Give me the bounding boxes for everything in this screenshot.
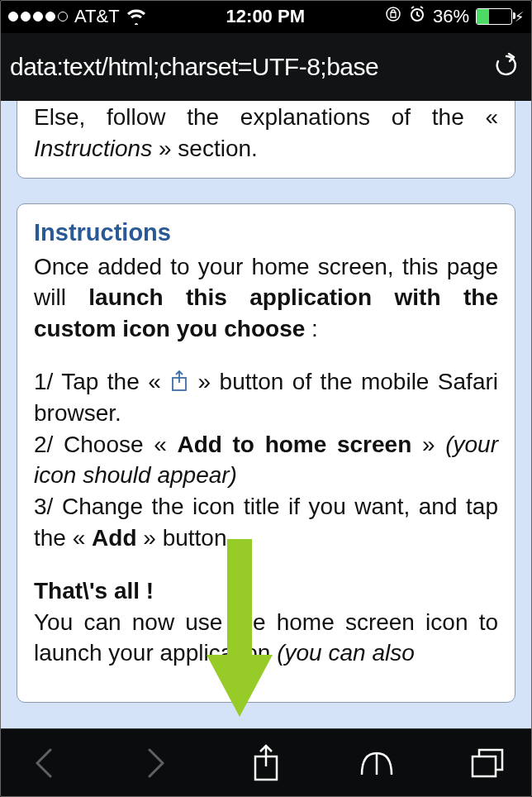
instructions-intro: Once added to your home screen, this pag…: [34, 251, 498, 345]
share-icon: [169, 370, 189, 393]
carrier-label: AT&T: [74, 6, 120, 27]
status-left: AT&T: [8, 6, 146, 27]
battery-icon: ⚡︎: [476, 8, 524, 25]
alarm-icon: [408, 5, 426, 28]
charging-icon: ⚡︎: [515, 9, 524, 25]
back-button[interactable]: [20, 745, 69, 781]
share-button[interactable]: [241, 743, 291, 783]
instructions-step-3: 3/ Change the icon title if you want, an…: [34, 491, 498, 554]
instructions-heading: Instructions: [34, 219, 498, 246]
tabs-button[interactable]: [463, 747, 512, 780]
info-card-top: Else, follow the explanations of the « I…: [17, 101, 515, 179]
top-text: Else, follow the explanations of the « I…: [34, 102, 498, 165]
wifi-icon: [126, 8, 146, 25]
url-field[interactable]: data:text/html;charset=UTF-8;base: [10, 53, 477, 81]
forward-button[interactable]: [131, 745, 180, 781]
reload-button[interactable]: [492, 51, 520, 83]
status-right: 36% ⚡︎: [385, 5, 524, 28]
web-content[interactable]: Else, follow the explanations of the « I…: [0, 101, 532, 729]
orientation-lock-icon: [385, 6, 401, 27]
instructions-card: Instructions Once added to your home scr…: [17, 203, 515, 704]
address-bar[interactable]: data:text/html;charset=UTF-8;base: [0, 33, 532, 102]
svg-rect-5: [473, 756, 496, 776]
instructions-conclusion: That\'s all ! You can now use the home s…: [34, 575, 498, 669]
clock-label: 12:00 PM: [226, 6, 305, 27]
signal-strength-icon: [8, 12, 68, 21]
instructions-step-1: 1/ Tap the « » button of the mobile Safa…: [34, 366, 498, 429]
phone-frame: AT&T 12:00 PM 36% ⚡︎ data:text/html;char…: [0, 0, 532, 797]
status-bar: AT&T 12:00 PM 36% ⚡︎: [0, 0, 532, 33]
safari-toolbar: [0, 728, 532, 797]
bookmarks-button[interactable]: [352, 747, 401, 780]
instructions-step-2: 2/ Choose « Add to home screen » (your i…: [34, 429, 498, 492]
battery-percent-label: 36%: [433, 6, 469, 27]
